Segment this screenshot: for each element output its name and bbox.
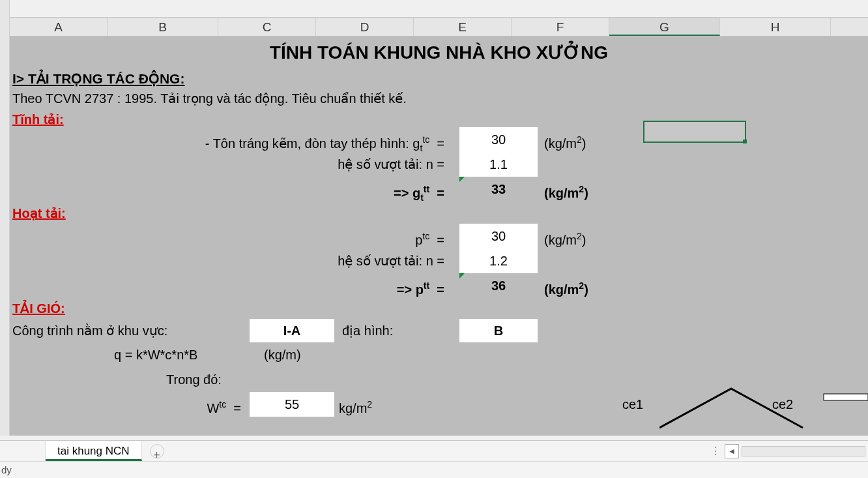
gt-tc-value[interactable]: 30	[459, 127, 538, 152]
sheet-tab-active[interactable]: tai khung NCN	[46, 441, 142, 461]
svg-rect-2	[824, 394, 868, 400]
horizontal-scrollbar[interactable]	[742, 446, 865, 456]
p-tt-value[interactable]: 36	[459, 273, 538, 298]
n-hoat-label: hệ số vượt tải: n =	[106, 248, 444, 273]
scroll-left-button[interactable]: ◄	[725, 444, 739, 458]
p-tt-label: => ptt =	[106, 273, 444, 302]
ce1-label: ce1	[622, 392, 643, 417]
n-tinh-value[interactable]: 1.1	[459, 152, 538, 177]
page-title: TÍNH TOÁN KHUNG NHÀ KHO XƯỞNG	[10, 37, 868, 63]
gt-tt-label: => gttt =	[106, 177, 444, 210]
status-bar: dy	[0, 461, 868, 478]
tai-gio-heading: TẢI GIÓ:	[10, 301, 868, 316]
col-header-C[interactable]: C	[218, 18, 316, 36]
add-sheet-button[interactable]: +	[150, 444, 164, 458]
col-header-G[interactable]: G	[609, 18, 720, 36]
terrain-label: địa hình:	[342, 319, 393, 342]
col-header-A[interactable]: A	[10, 18, 108, 36]
w-tc-unit: kg/m2	[339, 392, 372, 421]
standard-note: Theo TCVN 2737 : 1995. Tải trọng và tác …	[10, 91, 868, 106]
p-tc-value[interactable]: 30	[459, 224, 538, 248]
row-header-gutter[interactable]	[0, 0, 10, 436]
column-headers: A B C D E F G H	[10, 17, 868, 37]
status-text: dy	[1, 464, 12, 475]
q-formula: q = k*W*c*n*B	[114, 342, 197, 367]
col-header-E[interactable]: E	[414, 18, 512, 36]
col-header-B[interactable]: B	[108, 18, 218, 36]
wind-zone-label: Công trình nằm ở khu vực:	[12, 319, 167, 342]
gt-tt-unit: (kg/m2)	[544, 177, 622, 205]
w-tc-label: Wtc =	[189, 392, 241, 421]
sheet-tab-bar: tai khung NCN + ⋮ ◄	[0, 440, 868, 461]
n-hoat-value[interactable]: 1.2	[459, 248, 538, 273]
wind-zone-value[interactable]: I-A	[250, 319, 334, 342]
section-loads-heading: I> TẢI TRỌNG TÁC ĐỘNG:	[10, 71, 868, 87]
in-which-label: Trong đó:	[166, 367, 222, 392]
worksheet-area[interactable]: TÍNH TOÁN KHUNG NHÀ KHO XƯỞNG I> TẢI TRỌ…	[10, 37, 868, 436]
w-tc-value[interactable]: 55	[250, 392, 334, 417]
roof-sketch	[659, 382, 868, 434]
terrain-value[interactable]: B	[459, 319, 538, 342]
q-formula-unit: (kg/m)	[264, 342, 301, 367]
n-tinh-label: hệ số vượt tải: n =	[106, 152, 444, 177]
col-header-F[interactable]: F	[512, 18, 609, 36]
col-header-H[interactable]: H	[720, 18, 831, 36]
tab-nav-spacer[interactable]	[0, 441, 46, 461]
gt-tt-value[interactable]: 33	[459, 177, 538, 202]
p-tt-unit: (kg/m2)	[544, 273, 622, 302]
tab-overflow-icon[interactable]: ⋮	[709, 445, 722, 457]
col-header-D[interactable]: D	[316, 18, 414, 36]
